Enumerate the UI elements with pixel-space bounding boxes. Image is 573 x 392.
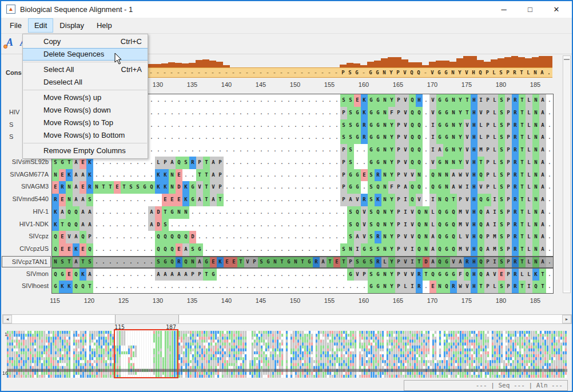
alignment-cell[interactable]: . — [176, 281, 182, 293]
alignment-cell[interactable]: W — [457, 181, 464, 194]
alignment-cell[interactable]: R — [52, 194, 59, 206]
alignment-cell[interactable]: Y — [388, 219, 395, 231]
alignment-cell[interactable]: . — [423, 169, 429, 182]
alignment-cell[interactable]: G — [368, 281, 375, 293]
alignment-cell[interactable]: Q — [409, 157, 416, 169]
alignment-cell[interactable]: E — [79, 181, 86, 194]
alignment-cell[interactable]: G — [361, 243, 368, 256]
alignment-cell[interactable]: K — [182, 181, 189, 194]
alignment-cell[interactable]: H — [471, 194, 478, 206]
alignment-cell[interactable]: . — [272, 231, 278, 243]
font-decrease-icon[interactable]: A — [3, 37, 16, 49]
alignment-cell[interactable]: Q — [436, 257, 443, 267]
alignment-cell[interactable]: E — [79, 243, 86, 256]
alignment-cell[interactable]: . — [265, 144, 272, 157]
alignment-cell[interactable]: . — [182, 131, 189, 144]
alignment-cell[interactable]: N — [381, 94, 388, 107]
alignment-cell[interactable]: . — [299, 219, 306, 231]
alignment-cell[interactable]: S — [498, 281, 505, 293]
alignment-cell[interactable]: K — [375, 194, 381, 206]
alignment-cell[interactable]: . — [169, 219, 176, 231]
alignment-row[interactable]: ERNAERNTTETSSGQKKNDKGVTVP...............… — [52, 181, 553, 194]
alignment-cell[interactable]: Y — [388, 231, 395, 243]
alignment-cell[interactable]: A — [182, 269, 189, 281]
alignment-cell[interactable]: T — [519, 257, 526, 267]
alignment-cell[interactable]: . — [244, 169, 251, 182]
alignment-cell[interactable]: . — [217, 107, 224, 119]
alignment-cell[interactable]: . — [230, 144, 237, 157]
alignment-cell[interactable]: . — [423, 119, 429, 132]
alignment-cell[interactable]: P — [340, 107, 347, 119]
alignment-cell[interactable]: T — [327, 257, 333, 267]
alignment-cell[interactable]: . — [134, 206, 141, 219]
alignment-cell[interactable]: T — [519, 281, 526, 293]
alignment-cell[interactable]: F — [457, 269, 464, 281]
alignment-cell[interactable]: N — [450, 157, 457, 169]
alignment-cell[interactable]: . — [333, 94, 340, 107]
alignment-cell[interactable]: G — [203, 257, 210, 267]
alignment-cell[interactable]: . — [244, 231, 251, 243]
alignment-row[interactable]: KAQQAA........ADTGNN....................… — [52, 206, 553, 219]
alignment-cell[interactable]: . — [196, 144, 203, 157]
alignment-row[interactable]: QEEKEQ.........QQQEASG..................… — [52, 243, 553, 256]
vertical-scrollbar[interactable] — [563, 55, 571, 293]
alignment-cell[interactable]: Q — [79, 281, 86, 293]
alignment-cell[interactable]: . — [265, 219, 272, 231]
alignment-cell[interactable]: N — [381, 281, 388, 293]
alignment-cell[interactable]: Q — [416, 206, 423, 219]
alignment-cell[interactable]: A — [539, 94, 546, 107]
alignment-cell[interactable]: V — [361, 206, 368, 219]
alignment-cell[interactable]: Q — [416, 243, 423, 256]
alignment-cell[interactable]: I — [402, 194, 409, 206]
alignment-cell[interactable]: . — [237, 194, 244, 206]
alignment-cell[interactable]: Q — [478, 194, 484, 206]
alignment-cell[interactable]: G — [354, 119, 361, 132]
alignment-cell[interactable]: H — [471, 281, 478, 293]
alignment-cell[interactable]: N — [381, 169, 388, 182]
alignment-cell[interactable]: . — [196, 206, 203, 219]
alignment-cell[interactable]: T — [519, 107, 526, 119]
alignment-cell[interactable]: . — [128, 231, 134, 243]
alignment-cell[interactable]: G — [368, 107, 375, 119]
alignment-cell[interactable]: K — [162, 181, 169, 194]
alignment-cell[interactable]: . — [148, 243, 155, 256]
alignment-cell[interactable]: P — [505, 131, 512, 144]
alignment-cell[interactable]: R — [512, 94, 519, 107]
alignment-cell[interactable]: P — [484, 231, 491, 243]
alignment-cell[interactable]: R — [512, 119, 519, 132]
alignment-cell[interactable]: A — [210, 194, 217, 206]
alignment-cell[interactable]: N — [532, 107, 539, 119]
alignment-cell[interactable]: . — [278, 269, 285, 281]
alignment-cell[interactable]: V — [354, 269, 361, 281]
alignment-cell[interactable]: . — [134, 269, 141, 281]
alignment-cell[interactable]: V — [361, 231, 368, 243]
alignment-cell[interactable]: R — [313, 257, 320, 267]
alignment-cell[interactable]: . — [210, 107, 217, 119]
alignment-cell[interactable]: I — [526, 281, 532, 293]
alignment-cell[interactable]: Q — [155, 243, 162, 256]
alignment-cell[interactable]: . — [148, 94, 155, 107]
alignment-cell[interactable]: T — [203, 194, 210, 206]
alignment-cell[interactable]: G — [450, 269, 457, 281]
alignment-cell[interactable]: . — [278, 119, 285, 132]
alignment-cell[interactable]: . — [224, 194, 230, 206]
alignment-cell[interactable]: . — [121, 219, 128, 231]
alignment-cell[interactable]: . — [107, 231, 114, 243]
alignment-cell[interactable]: N — [347, 243, 354, 256]
alignment-cell[interactable]: V — [464, 194, 471, 206]
alignment-cell[interactable]: . — [203, 243, 210, 256]
alignment-cell[interactable]: K — [532, 269, 539, 281]
alignment-cell[interactable]: V — [409, 269, 416, 281]
alignment-cell[interactable]: A — [320, 257, 327, 267]
alignment-cell[interactable]: N — [532, 181, 539, 194]
alignment-cell[interactable]: R — [512, 107, 519, 119]
alignment-cell[interactable]: . — [141, 269, 148, 281]
alignment-cell[interactable]: . — [134, 194, 141, 206]
alignment-cell[interactable]: K — [66, 169, 73, 182]
alignment-cell[interactable]: R — [450, 281, 457, 293]
alignment-cell[interactable]: . — [258, 206, 265, 219]
alignment-cell[interactable]: N — [532, 257, 539, 267]
alignment-cell[interactable]: R — [59, 181, 66, 194]
alignment-cell[interactable]: . — [340, 281, 347, 293]
alignment-cell[interactable]: N — [423, 231, 429, 243]
